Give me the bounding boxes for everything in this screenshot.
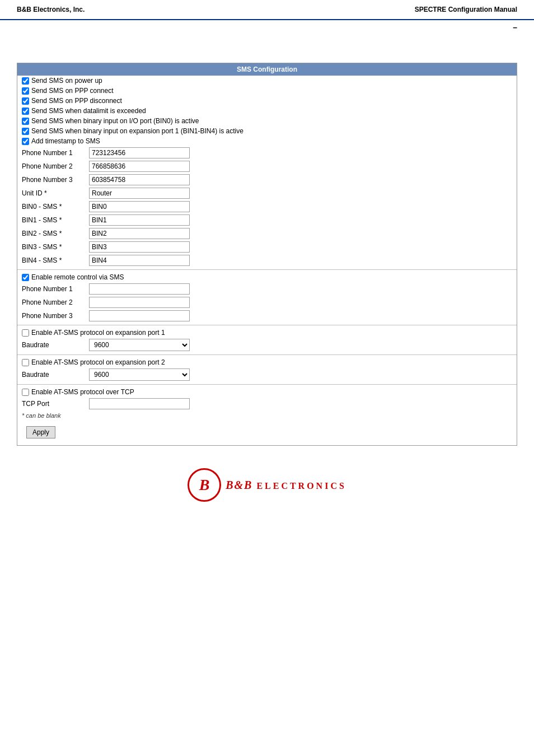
sms-config-container: SMS Configuration Send SMS on power up S… — [17, 63, 517, 446]
input-unit_id[interactable] — [89, 188, 190, 199]
checkbox-cb6[interactable] — [22, 128, 29, 135]
main-content: SMS Configuration Send SMS on power up S… — [0, 63, 534, 446]
checkbox-label-cb2[interactable]: Send SMS on PPP connect — [31, 87, 114, 95]
field-row-phone3: Phone Number 3 — [17, 173, 517, 186]
rc-field-row-rc_phone3: Phone Number 3 — [17, 309, 517, 323]
checkbox-row-0: Send SMS on power up — [17, 76, 517, 86]
checkbox-cb5[interactable] — [22, 118, 29, 125]
logo-circle: B — [188, 468, 221, 502]
at-sms-exp2-section: Enable AT-SMS protocol on expansion port… — [17, 357, 517, 367]
label-phone2: Phone Number 2 — [22, 162, 89, 170]
checkbox-row-2: Send SMS on PPP disconnect — [17, 96, 517, 106]
at-sms-tcp-checkbox[interactable] — [22, 389, 29, 396]
checkbox-row-3: Send SMS when datalimit is exceeded — [17, 106, 517, 116]
label-bin3: BIN3 - SMS * — [22, 243, 89, 251]
notification-fields: Phone Number 1 Phone Number 2 Phone Numb… — [17, 146, 517, 267]
checkbox-cb2[interactable] — [22, 87, 29, 95]
input-phone1[interactable] — [89, 147, 190, 158]
label-bin2: BIN2 - SMS * — [22, 230, 89, 237]
label-bin4: BIN4 - SMS * — [22, 256, 89, 264]
baudrate2-label: Baudrate — [22, 371, 89, 379]
field-row-bin0: BIN0 - SMS * — [17, 200, 517, 213]
label-phone1: Phone Number 1 — [22, 149, 89, 157]
field-row-bin4: BIN4 - SMS * — [17, 254, 517, 267]
rc-input-rc_phone2[interactable] — [89, 297, 190, 308]
checkbox-label-cb5[interactable]: Send SMS when binary input on I/O port (… — [31, 117, 199, 125]
rc-label-rc_phone3: Phone Number 3 — [22, 312, 89, 320]
input-bin2[interactable] — [89, 228, 190, 239]
field-row-phone2: Phone Number 2 — [17, 160, 517, 173]
rc-field-row-rc_phone1: Phone Number 1 — [17, 282, 517, 296]
remote-control-label[interactable]: Enable remote control via SMS — [31, 273, 124, 281]
checkboxes-section: Send SMS on power up Send SMS on PPP con… — [17, 76, 517, 146]
logo-text: B&B ELECTRONICS — [226, 479, 346, 492]
minimize-button[interactable]: – — [513, 23, 517, 32]
sms-config-title: SMS Configuration — [17, 63, 517, 76]
at-sms-tcp-label[interactable]: Enable AT-SMS protocol over TCP — [31, 388, 134, 396]
checkbox-row-4: Send SMS when binary input on I/O port (… — [17, 116, 517, 126]
remote-control-checkbox[interactable] — [22, 274, 29, 281]
footer: B B&B ELECTRONICS — [0, 446, 534, 513]
input-bin3[interactable] — [89, 241, 190, 253]
rc-field-row-rc_phone2: Phone Number 2 — [17, 296, 517, 309]
checkbox-label-cb7[interactable]: Add timestamp to SMS — [31, 137, 100, 145]
baudrate1-label: Baudrate — [22, 341, 89, 349]
checkbox-label-cb6[interactable]: Send SMS when binary input on expansion … — [31, 127, 243, 135]
checkbox-cb7[interactable] — [22, 138, 29, 145]
baudrate2-select[interactable]: 9600192003840057600115200 — [89, 368, 190, 381]
tcp-port-input[interactable] — [89, 398, 190, 409]
checkbox-row-5: Send SMS when binary input on expansion … — [17, 126, 517, 136]
label-unit_id: Unit ID * — [22, 189, 89, 197]
rc-input-rc_phone3[interactable] — [89, 310, 190, 321]
remote-control-section: Enable remote control via SMS — [17, 272, 517, 282]
baudrate2-row: Baudrate 9600192003840057600115200 — [17, 367, 517, 382]
checkbox-label-cb4[interactable]: Send SMS when datalimit is exceeded — [31, 107, 146, 115]
logo-name: B&B ELECTRONICS — [226, 479, 346, 492]
at-sms-exp1-section: Enable AT-SMS protocol on expansion port… — [17, 328, 517, 338]
input-bin1[interactable] — [89, 214, 190, 226]
at-sms-exp2-label[interactable]: Enable AT-SMS protocol on expansion port… — [31, 358, 165, 366]
checkbox-label-cb1[interactable]: Send SMS on power up — [31, 77, 102, 85]
checkbox-row-1: Send SMS on PPP connect — [17, 86, 517, 96]
manual-title: SPECTRE Configuration Manual — [415, 6, 517, 13]
tcp-port-row: TCP Port — [17, 397, 517, 410]
baudrate1-select[interactable]: 9600192003840057600115200 — [89, 339, 190, 351]
label-bin0: BIN0 - SMS * — [22, 203, 89, 211]
sms-config-content: Send SMS on power up Send SMS on PPP con… — [17, 76, 517, 445]
field-row-bin3: BIN3 - SMS * — [17, 240, 517, 254]
logo-letter: B — [199, 476, 210, 494]
rc-label-rc_phone1: Phone Number 1 — [22, 285, 89, 293]
company-name: B&B Electronics, Inc. — [17, 6, 85, 13]
checkbox-label-cb3[interactable]: Send SMS on PPP disconnect — [31, 97, 122, 105]
checkbox-row-6: Add timestamp to SMS — [17, 136, 517, 146]
apply-button[interactable]: Apply — [26, 426, 55, 438]
at-sms-exp1-checkbox[interactable] — [22, 329, 29, 337]
label-phone3: Phone Number 3 — [22, 176, 89, 184]
note-text: * can be blank — [17, 410, 517, 421]
at-sms-exp1-label[interactable]: Enable AT-SMS protocol on expansion port… — [31, 329, 165, 337]
checkbox-cb4[interactable] — [22, 108, 29, 115]
at-sms-tcp-section: Enable AT-SMS protocol over TCP — [17, 387, 517, 397]
input-bin4[interactable] — [89, 255, 190, 266]
input-phone3[interactable] — [89, 174, 190, 185]
input-bin0[interactable] — [89, 201, 190, 212]
page-header: B&B Electronics, Inc. SPECTRE Configurat… — [0, 0, 534, 20]
field-row-bin2: BIN2 - SMS * — [17, 227, 517, 240]
field-row-unit_id: Unit ID * — [17, 186, 517, 200]
checkbox-cb1[interactable] — [22, 77, 29, 85]
baudrate1-row: Baudrate 9600192003840057600115200 — [17, 338, 517, 352]
remote-control-fields: Phone Number 1 Phone Number 2 Phone Numb… — [17, 282, 517, 323]
field-row-phone1: Phone Number 1 — [17, 146, 517, 160]
input-phone2[interactable] — [89, 161, 190, 172]
field-row-bin1: BIN1 - SMS * — [17, 213, 517, 227]
label-bin1: BIN1 - SMS * — [22, 216, 89, 224]
rc-label-rc_phone2: Phone Number 2 — [22, 298, 89, 306]
bb-logo: B B&B ELECTRONICS — [188, 468, 346, 502]
checkbox-cb3[interactable] — [22, 97, 29, 105]
at-sms-exp2-checkbox[interactable] — [22, 359, 29, 366]
rc-input-rc_phone1[interactable] — [89, 283, 190, 295]
minimize-area: – — [0, 20, 534, 35]
tcp-port-label: TCP Port — [22, 400, 89, 408]
